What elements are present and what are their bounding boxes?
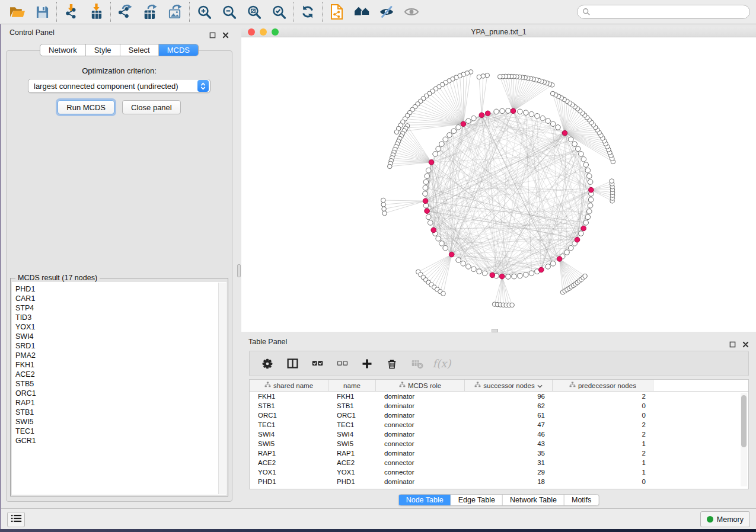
list-item[interactable]: PMA2 [12,351,227,360]
list-item[interactable]: SWI5 [12,417,227,427]
network-node[interactable] [564,250,570,255]
import-table-button[interactable] [84,1,109,23]
list-item[interactable]: CAR1 [12,294,227,303]
float-panel-icon[interactable] [209,30,216,41]
network-node[interactable] [461,261,466,267]
tab-network[interactable]: Network [40,44,85,56]
table-settings-button[interactable] [257,353,278,374]
network-node[interactable] [456,125,461,130]
leaf-node[interactable] [610,179,614,184]
network-node[interactable] [439,241,445,246]
network-node[interactable] [546,264,551,270]
network-node[interactable] [588,203,593,209]
export-network-button[interactable] [113,1,138,23]
leaf-node[interactable] [394,130,399,134]
leaf-node[interactable] [481,74,486,79]
leaf-node[interactable] [381,203,386,207]
mcds-hub-node[interactable] [431,227,436,233]
network-node[interactable] [581,157,586,162]
column-header[interactable]: name [328,380,376,391]
network-node[interactable] [585,168,591,173]
mcds-hub-node[interactable] [423,198,428,204]
mcds-hub-node[interactable] [511,108,516,114]
vertical-splitter[interactable] [237,24,241,508]
mcds-hub-node[interactable] [539,267,544,273]
leaf-node[interactable] [388,164,393,169]
list-item[interactable]: PHD1 [12,284,227,294]
network-node[interactable] [506,274,511,280]
network-node[interactable] [556,125,561,130]
network-node[interactable] [500,108,505,114]
network-node[interactable] [546,118,551,124]
tab-motifs[interactable]: Motifs [564,495,598,505]
float-panel-icon[interactable] [729,339,736,350]
tab-select[interactable]: Select [120,44,158,56]
network-node[interactable] [471,267,477,272]
list-item[interactable]: STB5 [12,379,227,389]
network-node[interactable] [550,261,556,267]
network-node[interactable] [439,142,445,147]
leaf-node[interactable] [382,207,387,211]
list-item[interactable]: SWI4 [12,332,227,341]
close-panel-icon[interactable] [222,30,229,41]
refresh-layout-button[interactable] [295,1,320,23]
network-node[interactable] [443,245,448,251]
column-header[interactable]: shared name [250,380,328,391]
list-item[interactable]: SRD1 [12,341,227,351]
network-node[interactable] [436,236,441,241]
network-node[interactable] [524,110,529,116]
tab-edge-table[interactable]: Edge Table [451,495,502,505]
network-node[interactable] [579,231,584,236]
mcds-hub-node[interactable] [449,252,454,257]
column-header[interactable]: MCDS role [376,380,465,391]
list-item[interactable]: STB1 [12,408,227,417]
table-row[interactable]: ACE2ACE2connector311 [250,458,748,467]
mcds-hub-node[interactable] [490,273,495,278]
network-node[interactable] [587,174,592,179]
network-node[interactable] [524,273,529,278]
leaf-node[interactable] [441,291,446,296]
show-panels-button[interactable] [7,512,25,527]
list-item[interactable]: RAP1 [12,398,227,408]
network-node[interactable] [447,133,452,138]
zoom-out-button[interactable] [216,1,241,23]
network-graph[interactable] [241,37,756,332]
leaf-node[interactable] [583,274,588,278]
list-item[interactable]: ORC1 [12,389,227,398]
network-node[interactable] [423,191,428,197]
list-scrollbar[interactable] [218,283,226,494]
list-item[interactable]: TID3 [12,313,227,322]
leaf-node[interactable] [510,303,515,307]
mcds-hub-node[interactable] [557,257,562,262]
network-node[interactable] [443,137,448,142]
leaf-node[interactable] [497,75,502,79]
mcds-hub-node[interactable] [485,111,490,116]
table-row[interactable]: TEC1TEC1connector472 [250,420,748,430]
network-node[interactable] [482,271,487,276]
leaf-node[interactable] [477,75,481,79]
column-header[interactable]: successor nodes [465,380,553,391]
splitter-handle[interactable] [237,264,241,277]
export-table-button[interactable] [138,1,162,23]
table-row[interactable]: FKH1FKH1dominator962 [250,392,748,401]
table-row[interactable]: YOX1YOX1connector291 [250,467,748,477]
network-node[interactable] [585,214,591,220]
mcds-hub-node[interactable] [499,274,505,279]
run-mcds-button[interactable]: Run MCDS [58,100,114,114]
table-row[interactable]: SWI5SWI5connector431 [250,439,748,448]
table-row[interactable]: ORC1ORC1dominator610 [250,411,748,420]
export-image-button[interactable] [162,1,187,23]
network-node[interactable] [433,152,438,157]
network-node[interactable] [451,129,457,134]
table-scrollbar[interactable] [741,393,747,486]
zoom-fit-button[interactable] [241,1,266,23]
network-node[interactable] [576,146,581,152]
list-item[interactable]: FKH1 [12,360,227,370]
network-node[interactable] [512,274,517,279]
show-graphics-details-button[interactable] [399,1,424,23]
close-panel-button[interactable]: Close panel [122,100,181,114]
table-row[interactable]: RAP1RAP1dominator352 [250,448,748,458]
table-row[interactable]: STB1STB1dominator620 [250,401,748,411]
tab-node-table[interactable]: Node Table [399,495,451,505]
list-item[interactable]: STP4 [12,303,227,313]
